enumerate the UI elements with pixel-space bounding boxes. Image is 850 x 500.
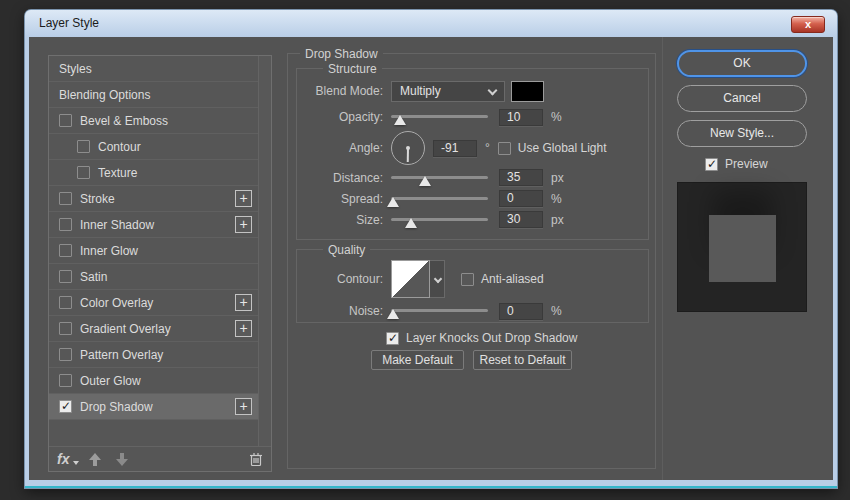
spread-slider[interactable] (391, 189, 488, 209)
effect-checkbox[interactable] (59, 296, 72, 309)
opacity-slider[interactable] (391, 107, 488, 127)
contour-picker-button[interactable] (430, 260, 445, 298)
sidebar-item-label: Blending Options (59, 88, 150, 102)
sidebar-item-color-overlay[interactable]: Color Overlay + (49, 290, 258, 316)
effect-checkbox[interactable] (77, 140, 90, 153)
noise-input[interactable]: 0 (499, 303, 543, 320)
ok-button[interactable]: OK (677, 50, 807, 77)
noise-slider-thumb[interactable] (387, 309, 399, 319)
use-global-light-checkbox[interactable]: Use Global Light (498, 141, 607, 155)
anti-aliased-checkbox[interactable]: Anti-aliased (461, 272, 544, 286)
reset-to-default-button[interactable]: Reset to Default (473, 350, 572, 370)
effect-checkbox[interactable] (59, 114, 72, 127)
distance-slider[interactable] (391, 168, 488, 188)
angle-unit: ° (485, 141, 490, 155)
opacity-input[interactable]: 10 (499, 109, 543, 126)
sidebar-item-label: Outer Glow (80, 374, 141, 388)
effect-checkbox[interactable] (59, 400, 72, 413)
effect-checkbox[interactable] (59, 192, 72, 205)
shadow-color-swatch[interactable] (511, 81, 544, 102)
dialog-content: Styles Blending Options Bevel & Emboss C… (29, 37, 833, 480)
close-icon[interactable]: x (791, 16, 825, 33)
distance-slider-thumb[interactable] (419, 176, 431, 186)
move-up-icon[interactable] (89, 453, 102, 466)
sidebar-scrollbar[interactable] (258, 56, 271, 446)
opacity-slider-thumb[interactable] (394, 115, 406, 125)
effect-checkbox[interactable] (59, 270, 72, 283)
use-global-light-box[interactable] (498, 142, 511, 155)
noise-slider-track[interactable] (391, 309, 488, 312)
sidebar-item-label: Drop Shadow (80, 400, 153, 414)
knockout-checkbox[interactable]: Layer Knocks Out Drop Shadow (386, 331, 577, 345)
sidebar-footer: fx (49, 446, 271, 471)
add-instance-plus-icon[interactable]: + (235, 398, 252, 415)
preview-square (709, 215, 776, 282)
sidebar-item-label: Pattern Overlay (80, 348, 163, 362)
new-style-button[interactable]: New Style... (677, 120, 807, 147)
noise-slider[interactable] (391, 301, 488, 321)
structure-group: Structure Blend Mode: Multiply Opacity: (296, 68, 649, 240)
add-instance-plus-icon[interactable]: + (235, 294, 252, 311)
size-input[interactable]: 30 (499, 211, 543, 228)
effect-checkbox[interactable] (59, 348, 72, 361)
sidebar-item-bevel-emboss[interactable]: Bevel & Emboss (49, 108, 258, 134)
sidebar-item-gradient-overlay[interactable]: Gradient Overlay + (49, 316, 258, 342)
add-instance-plus-icon[interactable]: + (235, 190, 252, 207)
knockout-box[interactable] (386, 332, 399, 345)
distance-label: Distance: (297, 171, 383, 185)
sidebar-item-drop-shadow[interactable]: Drop Shadow + (49, 394, 258, 420)
sidebar-item-styles[interactable]: Styles (49, 56, 258, 82)
sidebar-item-label: Texture (98, 166, 137, 180)
titlebar[interactable]: Layer Style x (25, 10, 837, 37)
size-slider-thumb[interactable] (405, 218, 417, 228)
sidebar-item-pattern-overlay[interactable]: Pattern Overlay (49, 342, 258, 368)
effect-checkbox[interactable] (77, 166, 90, 179)
window-title: Layer Style (39, 10, 99, 37)
sidebar-item-stroke[interactable]: Stroke + (49, 186, 258, 212)
effect-checkbox[interactable] (59, 374, 72, 387)
add-instance-plus-icon[interactable]: + (235, 216, 252, 233)
spread-slider-track[interactable] (391, 197, 488, 200)
chevron-down-icon (488, 85, 498, 95)
add-instance-plus-icon[interactable]: + (235, 320, 252, 337)
sidebar-list: Styles Blending Options Bevel & Emboss C… (49, 56, 258, 446)
anti-aliased-box[interactable] (461, 273, 474, 286)
preview-box[interactable] (705, 158, 718, 171)
make-default-button[interactable]: Make Default (371, 350, 464, 370)
distance-slider-track[interactable] (391, 176, 488, 179)
sidebar-item-texture[interactable]: Texture (49, 160, 258, 186)
effect-checkbox[interactable] (59, 244, 72, 257)
sidebar-item-label: Gradient Overlay (80, 322, 171, 336)
chevron-down-icon (434, 275, 442, 283)
contour-thumbnail[interactable] (391, 260, 430, 298)
sidebar-item-inner-shadow[interactable]: Inner Shadow + (49, 212, 258, 238)
effect-checkbox[interactable] (59, 322, 72, 335)
angle-dial[interactable] (391, 131, 425, 165)
sidebar-item-label: Stroke (80, 192, 115, 206)
sidebar-item-label: Color Overlay (80, 296, 153, 310)
sidebar-item-inner-glow[interactable]: Inner Glow (49, 238, 258, 264)
sidebar-item-label: Inner Glow (80, 244, 138, 258)
sidebar-item-satin[interactable]: Satin (49, 264, 258, 290)
spread-label: Spread: (297, 192, 383, 206)
structure-legend: Structure (323, 62, 382, 76)
move-down-icon[interactable] (116, 453, 129, 466)
contour-row: Contour: Anti-aliased (297, 258, 648, 300)
angle-input[interactable]: -91 (433, 140, 477, 157)
size-label: Size: (297, 213, 383, 227)
sidebar-item-blending-options[interactable]: Blending Options (49, 82, 258, 108)
sidebar-item-outer-glow[interactable]: Outer Glow (49, 368, 258, 394)
effect-checkbox[interactable] (59, 218, 72, 231)
size-slider[interactable] (391, 210, 488, 230)
blend-mode-row: Blend Mode: Multiply (297, 77, 648, 105)
distance-unit: px (551, 171, 564, 185)
distance-input[interactable]: 35 (499, 169, 543, 186)
cancel-button[interactable]: Cancel (677, 85, 807, 112)
delete-effect-trash-icon[interactable] (249, 451, 263, 467)
spread-slider-thumb[interactable] (387, 197, 399, 207)
blend-mode-select[interactable]: Multiply (391, 81, 505, 102)
fx-icon[interactable]: fx (57, 451, 69, 467)
spread-input[interactable]: 0 (499, 190, 543, 207)
preview-checkbox[interactable]: Preview (705, 157, 768, 171)
sidebar-item-contour[interactable]: Contour (49, 134, 258, 160)
